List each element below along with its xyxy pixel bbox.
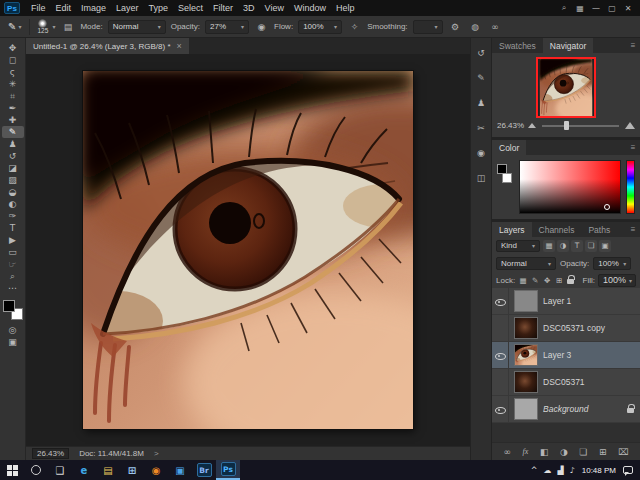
brush-preset-picker[interactable]: 125 ▾	[35, 19, 55, 34]
firefox[interactable]: ◉	[144, 460, 168, 480]
new-adjustment-layer-icon[interactable]: ◑	[560, 447, 568, 457]
brush-tool[interactable]: ✎	[2, 126, 24, 138]
link-layers-icon[interactable]: ∞	[504, 447, 512, 457]
lock-image-pixels-icon[interactable]: ✎	[530, 274, 540, 286]
menu-3d[interactable]: 3D	[238, 0, 260, 16]
layer-row-layer-3[interactable]: Layer 3	[492, 342, 640, 369]
layer-fill-select[interactable]: 100%▾	[598, 274, 636, 287]
layer-thumbnail[interactable]	[514, 290, 538, 312]
edit-toolbar[interactable]: ⋯	[2, 282, 24, 294]
add-layer-mask-icon[interactable]: ◧	[540, 447, 549, 457]
visibility-toggle[interactable]	[492, 342, 509, 368]
layer-thumbnail[interactable]	[514, 398, 538, 420]
new-group-icon[interactable]: ❏	[579, 447, 587, 457]
lasso-tool[interactable]: ς	[2, 66, 24, 78]
filter-type-layers-icon[interactable]: T	[571, 240, 583, 252]
blend-mode-select[interactable]: Normal▾	[108, 20, 166, 34]
color-field-marker[interactable]	[604, 204, 610, 210]
tab-color[interactable]: Color	[492, 140, 526, 155]
color-swatch-pair[interactable]	[497, 160, 514, 214]
visibility-toggle[interactable]	[492, 369, 509, 395]
layer-thumbnail[interactable]	[514, 371, 538, 393]
onedrive-icon[interactable]: ☁	[543, 466, 551, 475]
marquee-tool[interactable]: ◻	[2, 54, 24, 66]
canvas-area[interactable]	[26, 54, 470, 446]
gradient-tool[interactable]: ▨	[2, 174, 24, 186]
tab-navigator[interactable]: Navigator	[543, 38, 593, 53]
filter-pixel-layers-icon[interactable]: ▦	[543, 240, 555, 252]
pressure-opacity-icon[interactable]: ◉	[254, 22, 269, 32]
eraser-tool[interactable]: ◪	[2, 162, 24, 174]
shape-tool[interactable]: ▭	[2, 246, 24, 258]
menu-layer[interactable]: Layer	[111, 0, 144, 16]
saturation-brightness-field[interactable]	[519, 160, 621, 214]
menu-help[interactable]: Help	[331, 0, 360, 16]
smoothing-options-gear-icon[interactable]: ⚙	[448, 22, 463, 32]
new-layer-icon[interactable]: ⊞	[599, 447, 607, 457]
tool-preset-picker[interactable]: ✎▾	[5, 18, 24, 36]
toggle-brush-settings-icon[interactable]: ▤	[60, 22, 75, 32]
quick-mask-button[interactable]: ◎	[2, 324, 24, 336]
eyedropper-tool[interactable]: ✒	[2, 102, 24, 114]
menu-filter[interactable]: Filter	[208, 0, 238, 16]
filter-shape-layers-icon[interactable]: ❏	[585, 240, 597, 252]
brush-settings-panel-icon[interactable]: ✎	[473, 71, 489, 85]
lock-position-icon[interactable]: ✥	[542, 274, 552, 286]
tab-layers[interactable]: Layers	[492, 222, 532, 237]
opacity-select[interactable]: 27%▾	[205, 20, 249, 34]
delete-layer-icon[interactable]: ⌧	[618, 447, 628, 457]
visibility-toggle[interactable]	[492, 288, 509, 314]
navigator-zoom-slider[interactable]	[542, 125, 619, 127]
screen-mode-button[interactable]: ▣	[2, 336, 24, 348]
action-center-icon[interactable]	[623, 466, 633, 474]
menu-edit[interactable]: Edit	[51, 0, 77, 16]
network-icon[interactable]: ▟	[557, 466, 563, 475]
close-window-icon[interactable]: ✕	[620, 0, 636, 16]
zoom-tool[interactable]: ⌕	[2, 270, 24, 282]
zoom-out-icon[interactable]	[528, 123, 536, 128]
blur-tool[interactable]: ◒	[2, 186, 24, 198]
hand-tool[interactable]: ☞	[2, 258, 24, 270]
photos[interactable]: ▣	[168, 460, 192, 480]
task-view[interactable]: ❑	[48, 460, 72, 480]
minimize-window-icon[interactable]: —	[588, 0, 604, 16]
slider-thumb[interactable]	[564, 121, 569, 130]
color-panel-menu-icon[interactable]: ≡	[626, 140, 640, 155]
menu-type[interactable]: Type	[144, 0, 174, 16]
menu-window[interactable]: Window	[289, 0, 331, 16]
history-brush-tool[interactable]: ↺	[2, 150, 24, 162]
lock-all-icon[interactable]	[567, 279, 574, 284]
flow-select[interactable]: 100%▾	[298, 20, 342, 34]
pen-tool[interactable]: ✑	[2, 210, 24, 222]
document-tab[interactable]: Untitled-1 @ 26.4% (Layer 3, RGB/8) * ×	[26, 38, 189, 54]
layer-row-dsc05371[interactable]: DSC05371	[492, 369, 640, 396]
layer-thumbnail[interactable]	[514, 344, 538, 366]
snapshot-panel-icon[interactable]: ✂	[473, 121, 489, 135]
cortana-button[interactable]	[24, 460, 48, 480]
layer-row-dsc05371-copy[interactable]: DSC05371 copy	[492, 315, 640, 342]
foreground-color-swatch[interactable]	[3, 300, 15, 312]
layer-opacity-select[interactable]: 100%▾	[593, 257, 631, 270]
layer-blend-mode-select[interactable]: Normal▾	[496, 257, 556, 270]
hidden-icons-chevron-icon[interactable]: ^	[531, 466, 538, 475]
layers-panel-menu-icon[interactable]: ≡	[626, 222, 640, 237]
navigator-panel-menu-icon[interactable]: ≡	[626, 38, 640, 53]
path-selection-tool[interactable]: ▶	[2, 234, 24, 246]
layer-filter-kind-select[interactable]: Kind▾	[496, 240, 540, 252]
start-button[interactable]	[0, 460, 24, 480]
healing-brush-tool[interactable]: ✚	[2, 114, 24, 126]
layer-row-layer-1[interactable]: Layer 1	[492, 288, 640, 315]
close-tab-icon[interactable]: ×	[177, 41, 182, 51]
photoshop[interactable]: Ps	[216, 460, 240, 480]
layer-row-background[interactable]: Background	[492, 396, 640, 423]
dodge-tool[interactable]: ◐	[2, 198, 24, 210]
libraries-panel-icon[interactable]: ◫	[473, 171, 489, 185]
menu-view[interactable]: View	[260, 0, 289, 16]
symmetry-panel-icon[interactable]: ◉	[473, 146, 489, 160]
navigator-zoom-value[interactable]: 26.43%	[497, 121, 524, 130]
pressure-size-icon[interactable]: ◍	[468, 22, 483, 32]
foreground-color-chip[interactable]	[497, 164, 507, 174]
navigator-preview[interactable]	[536, 57, 596, 118]
tab-paths[interactable]: Paths	[581, 222, 617, 237]
lock-artboards-icon[interactable]: ⊞	[554, 274, 564, 286]
